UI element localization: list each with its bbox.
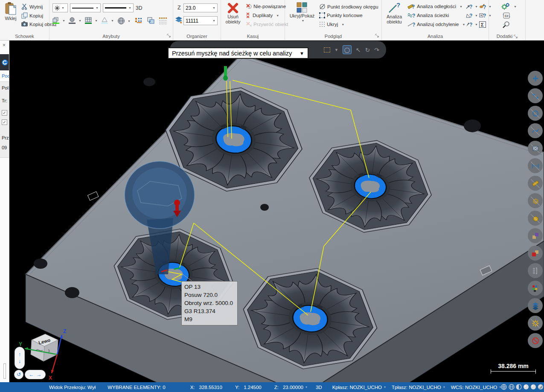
search-macro-button[interactable] [502,21,510,29]
transparency-attr-button[interactable]: ▼ [101,17,114,24]
spin-view-control[interactable]: ↺ [14,370,23,379]
shaded-sphere-icon[interactable] [523,384,529,390]
checkbox-2[interactable]: ✓ [2,119,7,125]
layers-view-button[interactable] [528,298,543,313]
hide-show-button[interactable]: Ukryj/Pokaż ▼ [288,2,316,23]
half-globe-icon[interactable] [516,384,522,390]
brush-query-icon: ? [479,3,486,9]
dimension-button[interactable] [528,158,543,173]
status-wcs[interactable]: WCS: NOZKI_UCHO [451,385,497,390]
delete-duplicates-button[interactable]: Duplikaty▼ [246,12,279,18]
chevron-down-icon[interactable]: ▾ [384,385,386,389]
table-attr-button[interactable]: ▼ [85,17,98,24]
cut-label: Wytnij [29,4,43,9]
solid-button[interactable] [528,211,543,226]
settings-button[interactable] [528,316,543,331]
z-level-combo[interactable]: 23.0▼ [183,3,218,12]
rotate-icon[interactable]: ↺ [17,372,21,377]
analyze-angle-button[interactable]: ?▼ [465,12,478,18]
select-cursor-icon[interactable]: ↖ [356,47,361,53]
status-section-view[interactable]: Widok Przekroju: Wył [49,385,96,390]
checkbox-1[interactable]: ✓ [2,110,7,116]
panel-scrollbar[interactable] [3,363,6,379]
shade-attr-button[interactable]: ▼ [69,17,81,24]
boolean-add-button[interactable] [528,228,543,243]
analyze-object-button[interactable]: ? Analiza obiektu [384,2,405,24]
material-attr-button[interactable]: ▼ [117,17,131,25]
layer-combo[interactable]: 11111▼ [183,16,218,25]
point-style-combo[interactable]: ▼ [52,3,68,12]
analyze-distance-button[interactable]: ? Analiza odległości▼ [407,3,463,9]
wire-solid-button[interactable] [528,193,543,208]
shaded-sphere-icon[interactable] [530,384,536,390]
arrow-down-icon[interactable]: ↓ [18,358,21,364]
addons-gears-button[interactable]: ▼ [501,3,517,10]
copy-attributes-button[interactable] [147,17,154,24]
solid-cube-icon [531,214,540,223]
create-circle-button[interactable] [528,106,543,121]
endpoints-button[interactable]: Punkty końcowe [319,12,363,18]
attribute-manager-button[interactable] [159,17,167,24]
disable-button[interactable] [528,333,543,348]
close-icon[interactable]: × [3,42,6,48]
point-style-icon [55,6,60,11]
hide-dotted-icon [319,21,325,27]
svg-text:?: ? [396,2,400,9]
analyze-point-button[interactable]: ?▼ [465,3,478,9]
pan-vertical-control[interactable]: ↑↓ [15,347,25,369]
arrow-left-icon[interactable]: ← [29,372,34,377]
chevron-down-icon[interactable]: ▾ [443,385,445,389]
panel-app-icon[interactable] [0,54,9,70]
half-shaded-sphere-icon[interactable] [538,384,544,390]
selection-box-icon[interactable] [324,47,330,52]
surface-finish-button[interactable] [528,176,543,191]
layers-icon[interactable] [175,17,183,24]
mode-3d-label: 3D [136,5,142,11]
pan-view-icon[interactable]: ↷ [374,47,379,53]
color-map-button[interactable] [528,281,543,296]
circle-icon [531,109,540,118]
status-mode-3d[interactable]: 3D [316,385,322,390]
endpoints-label: Punkty końcowe [327,13,363,18]
create-surface-button[interactable] [528,141,543,156]
arrow-right-icon[interactable]: → [37,372,42,377]
svg-text:Σ: Σ [481,22,484,27]
sigma-icon: Σ [479,21,486,28]
add-geometry-button[interactable] [528,71,543,86]
hide-button[interactable]: Ukryj▼ [319,21,344,27]
wire-globe-icon[interactable] [509,384,515,390]
line-width-combo[interactable]: ▼ [103,3,134,12]
status-tplasz[interactable]: Tpłasz: NOZKI_UCHO [392,385,441,390]
status-kplasz[interactable]: Kpłasz: NOZKI_UCHO [332,385,382,390]
copy-button[interactable]: Kopiuj [21,12,43,19]
chevron-down-icon[interactable]: ▾ [305,385,307,389]
analyze-path-button[interactable]: ? Analiza ścieżki [407,12,449,18]
delete-unlinked-button[interactable]: Nie-powiązane [246,3,286,9]
analyze-curve-button[interactable]: ?▼ [465,21,478,27]
circle-center-point-button[interactable]: Punkt środkowy okręgu [319,3,378,10]
analysis-hint-dropdown[interactable]: Przesuń myszkę nad ścieżkę w celu analiz… [168,47,308,59]
chevron-down-icon[interactable]: ▼ [335,47,338,53]
pan-horizontal-control[interactable]: ←→ [25,370,46,379]
restore-object-button[interactable]: Przywróć obiekt [246,21,288,27]
arrow-up-icon[interactable]: ↑ [18,351,21,357]
operation-list-button[interactable] [528,263,543,278]
dialog-launcher-icon[interactable] [514,35,518,38]
viewport-canvas[interactable]: Lewo Y Z X [9,41,544,382]
paste-button[interactable]: Wklej [2,2,20,21]
script-button[interactable]: C# [502,12,511,20]
globe-icon [117,17,125,25]
create-spline-button[interactable] [528,123,543,138]
color-attr-button[interactable]: ▼ [52,17,65,24]
wire-globe-icon[interactable] [501,384,507,390]
active-analysis-mode-icon[interactable]: ◯ [343,45,352,54]
delete-objects-button[interactable]: Usuń obiekty [223,2,243,24]
cut-button[interactable]: Wytnij [21,3,43,10]
analyze-deviation-button[interactable]: ? Analizuj odchylenie▼ [407,21,465,27]
rotate-view-icon[interactable]: ↻ [365,47,370,53]
boolean-subtract-button[interactable] [528,246,543,261]
create-point-button[interactable] [528,88,543,103]
sum-button[interactable]: Σ [479,21,486,28]
line-style-combo[interactable]: ▼ [70,3,101,12]
match-attributes-button[interactable] [135,17,143,24]
